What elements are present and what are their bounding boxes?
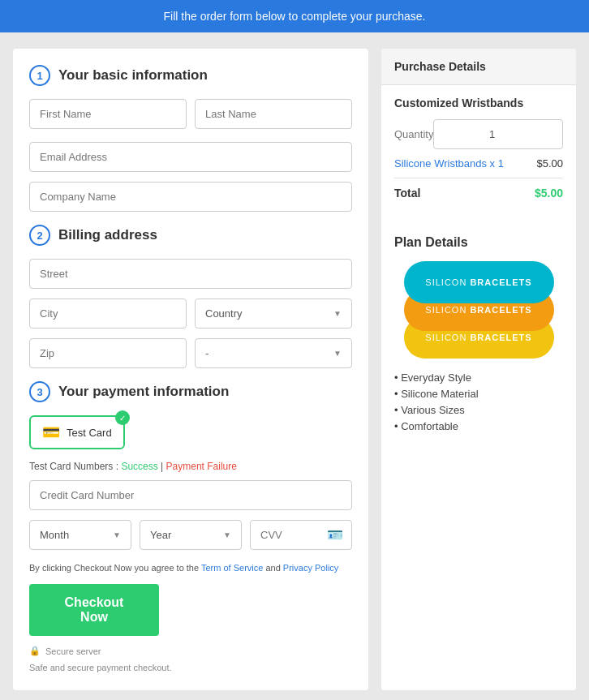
terms-middle: and (263, 563, 282, 573)
secure-text-2: Safe and secure payment checkout. (29, 663, 172, 672)
bracelet-wrapper: SILICON BRACELETS SILICON BRACELETS SILI… (394, 261, 563, 359)
bracelet-yellow-text: SILICON BRACELETS (425, 333, 531, 342)
silicon-2: SILICON (425, 305, 470, 315)
terms-prefix: By clicking Checkout Now you agree to th… (29, 563, 201, 573)
feature-item: Everyday Style (394, 371, 563, 384)
feature-item: Silicone Material (394, 388, 563, 400)
product-title: Customized Wristbands (394, 97, 563, 110)
year-select[interactable]: Year ▼ (140, 520, 242, 550)
plan-features: Everyday StyleSilicone MaterialVarious S… (394, 371, 563, 432)
total-row: Total $5.00 (394, 178, 563, 200)
street-field-wrapper (29, 259, 352, 289)
plan-details-section: Plan Details SILICON BRACELETS SILICON B… (381, 224, 576, 448)
lock-icon: 🔒 (29, 646, 41, 656)
section2-title: Billing address (58, 227, 157, 243)
first-name-field (29, 99, 187, 129)
zip-state-row: - ▼ (29, 338, 352, 368)
quantity-row: Quantity (394, 119, 563, 149)
silicon-3: SILICON (425, 333, 470, 342)
secure-row: 🔒 Secure server (29, 646, 352, 656)
state-field-wrapper: - ▼ (195, 338, 352, 368)
company-row (29, 182, 352, 212)
checkout-button[interactable]: Checkout Now (29, 584, 159, 636)
city-input[interactable] (29, 298, 187, 329)
quantity-input[interactable] (433, 119, 563, 149)
credit-card-input[interactable] (29, 480, 352, 510)
zip-field-wrapper (29, 338, 187, 368)
section1-header: 1 Your basic information (29, 65, 352, 86)
tos-link[interactable]: Term of Service (201, 563, 263, 573)
city-country-row: Country ▼ (29, 298, 352, 329)
city-field-wrapper (29, 298, 187, 329)
section1-title: Your basic information (58, 67, 208, 84)
check-badge-icon: ✓ (115, 410, 130, 425)
section1-number: 1 (29, 65, 50, 86)
privacy-link[interactable]: Privacy Policy (283, 563, 338, 573)
company-field-wrapper (29, 182, 352, 212)
country-field-wrapper: Country ▼ (195, 298, 352, 329)
month-field-wrapper: Month ▼ (29, 520, 131, 550)
month-select[interactable]: Month ▼ (29, 520, 131, 550)
bracelets-3: BRACELETS (470, 333, 531, 342)
bracelet-cyan-text: SILICON BRACELETS (425, 277, 531, 287)
cvv-card-icon: 🪪 (319, 527, 351, 543)
last-name-field (195, 99, 352, 129)
total-label: Total (394, 187, 420, 200)
feature-item: Various Sizes (394, 404, 563, 416)
terms-text: By clicking Checkout Now you agree to th… (29, 563, 352, 573)
first-name-input[interactable] (29, 99, 187, 129)
page-wrapper: Fill the order form below to complete yo… (0, 0, 589, 700)
country-select[interactable]: Country ▼ (195, 298, 352, 329)
cvv-wrapper: 🪪 (250, 520, 352, 550)
bracelet-cyan: SILICON BRACELETS (404, 261, 554, 303)
quantity-label: Quantity (394, 128, 433, 140)
banner-text: Fill the order form below to complete yo… (164, 10, 426, 23)
total-amount: $5.00 (535, 187, 563, 200)
email-input[interactable] (29, 142, 352, 172)
section3-number: 3 (29, 381, 50, 402)
purchase-body: Customized Wristbands Quantity Silicone … (381, 85, 576, 224)
credit-card-icon: 💳 (42, 423, 60, 441)
card-label: Test Card (67, 427, 112, 439)
section2-header: 2 Billing address (29, 225, 352, 246)
street-input[interactable] (29, 259, 352, 289)
zip-input[interactable] (29, 338, 187, 368)
card-option[interactable]: 💳 Test Card ✓ (29, 415, 125, 449)
purchase-header: Purchase Details (381, 49, 576, 85)
name-row (29, 99, 352, 129)
product-row: Silicone Wristbands x 1 $5.00 (394, 157, 563, 170)
year-field-wrapper: Year ▼ (140, 520, 242, 550)
secure-text: Secure server (45, 646, 101, 656)
bracelets-1: BRACELETS (470, 277, 531, 287)
left-panel: 1 Your basic information (13, 49, 368, 690)
email-row (29, 142, 352, 172)
cvv-field-wrapper: 🪪 (250, 520, 352, 550)
email-field-wrapper (29, 142, 352, 172)
cvv-input[interactable] (251, 521, 319, 549)
separator: | (158, 461, 166, 472)
section3-title: Your payment information (58, 384, 229, 400)
top-banner: Fill the order form below to complete yo… (0, 0, 589, 32)
expiry-row: Month ▼ Year ▼ 🪪 (29, 520, 352, 550)
right-panel: Purchase Details Customized Wristbands Q… (381, 49, 576, 690)
product-price: $5.00 (536, 157, 563, 170)
bracelets-2: BRACELETS (470, 305, 531, 315)
cc-row (29, 480, 352, 510)
feature-item: Comfortable (394, 420, 563, 432)
success-link[interactable]: Success (121, 461, 157, 472)
failure-link[interactable]: Payment Failure (166, 461, 237, 472)
section2-number: 2 (29, 225, 50, 246)
street-row (29, 259, 352, 289)
product-name: Silicone Wristbands x 1 (394, 157, 504, 170)
product-name-link[interactable]: Silicone Wristbands x 1 (394, 157, 504, 170)
section3-header: 3 Your payment information (29, 381, 352, 402)
last-name-input[interactable] (195, 99, 352, 129)
test-card-prefix: Test Card Numbers : (29, 461, 121, 472)
test-card-info: Test Card Numbers : Success | Payment Fa… (29, 461, 352, 472)
plan-details-title: Plan Details (394, 235, 563, 250)
silicon-1: SILICON (425, 277, 470, 287)
main-content: 1 Your basic information (0, 32, 589, 700)
state-select[interactable]: - ▼ (195, 338, 352, 368)
company-input[interactable] (29, 182, 352, 212)
bracelet-orange-text: SILICON BRACELETS (425, 305, 531, 315)
